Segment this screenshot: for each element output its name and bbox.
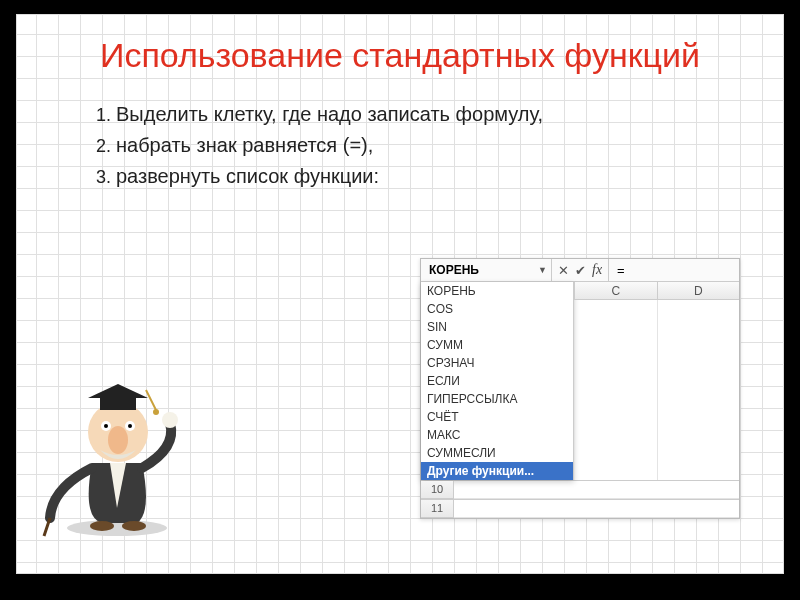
steps-list: Выделить клетку, где надо записать форму… (76, 103, 744, 188)
column[interactable] (574, 300, 657, 480)
accept-icon[interactable]: ✔ (575, 263, 586, 278)
function-item[interactable]: Другие функции... (421, 462, 573, 480)
excel-panel: КОРЕНЬ ▼ ✕ ✔ fx = КОРЕНЬCOSSINСУММСРЗНАЧ… (420, 258, 740, 519)
slide-title: Использование стандартных функций (16, 14, 784, 75)
formula-icons: ✕ ✔ fx (552, 259, 609, 281)
function-dropdown[interactable]: КОРЕНЬCOSSINСУММСРЗНАЧЕСЛИГИПЕРССЫЛКАСЧЁ… (421, 282, 574, 480)
svg-point-2 (162, 412, 178, 428)
function-item[interactable]: СУММЕСЛИ (421, 444, 573, 462)
chevron-down-icon[interactable]: ▼ (538, 265, 547, 275)
row-cells[interactable] (454, 481, 739, 499)
svg-rect-9 (100, 398, 136, 410)
step-item: Выделить клетку, где надо записать форму… (116, 103, 744, 126)
formula-bar: КОРЕНЬ ▼ ✕ ✔ fx = (421, 259, 739, 282)
svg-point-14 (122, 521, 146, 531)
svg-marker-10 (88, 384, 148, 398)
function-item[interactable]: SIN (421, 318, 573, 336)
function-item[interactable]: КОРЕНЬ (421, 282, 573, 300)
name-box-value: КОРЕНЬ (429, 263, 479, 277)
fx-icon[interactable]: fx (592, 262, 602, 278)
grid-area: C D (574, 282, 739, 480)
svg-point-13 (90, 521, 114, 531)
formula-input[interactable]: = (609, 259, 739, 281)
slide: Использование стандартных функций Выдели… (16, 14, 784, 574)
row-number[interactable]: 11 (421, 500, 454, 518)
function-item[interactable]: СРЗНАЧ (421, 354, 573, 372)
svg-point-4 (108, 426, 128, 454)
function-item[interactable]: СУММ (421, 336, 573, 354)
column-header[interactable]: D (657, 282, 740, 300)
step-item: развернуть список функции: (116, 165, 744, 188)
row-cells[interactable] (454, 500, 739, 518)
cancel-icon[interactable]: ✕ (558, 263, 569, 278)
step-item: набрать знак равняется (=), (116, 134, 744, 157)
svg-point-12 (153, 409, 159, 415)
cells (574, 300, 739, 480)
function-item[interactable]: COS (421, 300, 573, 318)
row-number[interactable]: 10 (421, 481, 454, 499)
function-item[interactable]: СЧЁТ (421, 408, 573, 426)
professor-illustration (42, 368, 192, 538)
panel-body: КОРЕНЬCOSSINСУММСРЗНАЧЕСЛИГИПЕРССЫЛКАСЧЁ… (421, 282, 739, 480)
row-11: 11 (421, 499, 739, 518)
row-10: 10 (421, 480, 739, 499)
function-item[interactable]: ГИПЕРССЫЛКА (421, 390, 573, 408)
function-item[interactable]: МАКС (421, 426, 573, 444)
svg-point-6 (104, 424, 108, 428)
column-header[interactable]: C (574, 282, 657, 300)
name-box[interactable]: КОРЕНЬ ▼ (421, 259, 552, 281)
function-item[interactable]: ЕСЛИ (421, 372, 573, 390)
column[interactable] (657, 300, 740, 480)
column-headers: C D (574, 282, 739, 300)
svg-point-8 (128, 424, 132, 428)
svg-line-11 (146, 390, 156, 410)
